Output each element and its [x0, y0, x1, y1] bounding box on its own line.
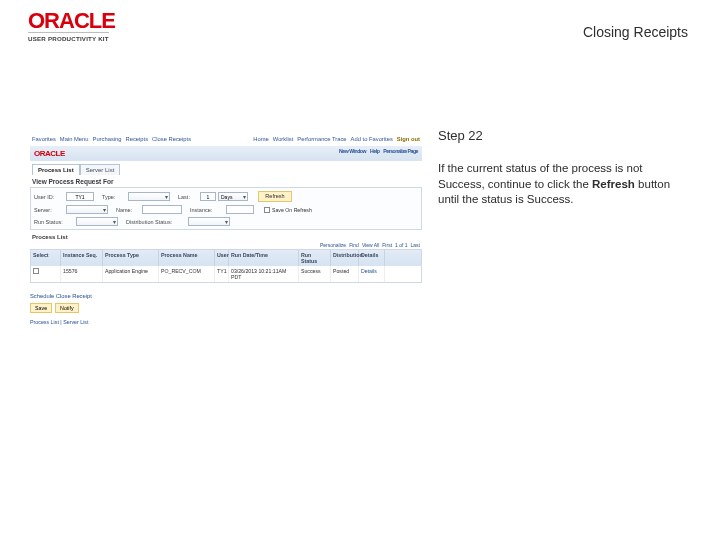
step-number: Step 22	[438, 128, 688, 143]
col-run-status: Run Status	[299, 250, 331, 266]
col-instance-seq: Instance Seq.	[61, 250, 103, 266]
cell-dist-status: Posted	[331, 266, 359, 282]
cell-run-datetime: 03/26/2013 10:21:11AM PDT	[229, 266, 299, 282]
input-name[interactable]	[142, 205, 182, 214]
col-process-name: Process Name	[159, 250, 215, 266]
tab-process-list[interactable]: Process List	[32, 164, 80, 175]
breadcrumb-item[interactable]: Close Receipts	[152, 136, 191, 142]
inner-oracle-logo: ORACLE	[34, 149, 65, 158]
brand-link[interactable]: Personalize Page	[383, 148, 418, 154]
grid-tool-link[interactable]: First	[382, 242, 392, 248]
brand-link[interactable]: Help	[370, 148, 379, 154]
grid-page-count: 1 of 1	[395, 242, 408, 248]
grid-tool-link[interactable]: View All	[362, 242, 379, 248]
select-dist-status[interactable]	[188, 217, 230, 226]
col-select: Select	[31, 250, 61, 266]
bottom-tabstrip: Process List | Server List	[30, 319, 422, 325]
grid-tool-link[interactable]: Find	[349, 242, 359, 248]
input-instance[interactable]	[226, 205, 254, 214]
label-server: Server:	[34, 207, 64, 213]
cell-user: TY1	[215, 266, 229, 282]
filter-panel: User ID: TY1 Type: Last: 1 Days Refresh …	[30, 187, 422, 230]
schedule-link[interactable]: Schedule Close Receipt	[30, 293, 422, 299]
process-grid: Select Instance Seq. Process Type Proces…	[30, 249, 422, 283]
save-button[interactable]: Save	[30, 303, 52, 313]
panel-title: View Process Request For	[30, 175, 422, 187]
cell-instance: 15576	[61, 266, 103, 282]
label-run-status: Run Status:	[34, 219, 74, 225]
input-user-id[interactable]: TY1	[66, 192, 94, 201]
select-type[interactable]	[128, 192, 170, 201]
col-dist-status: Distribution	[331, 250, 359, 266]
breadcrumb-item[interactable]: Receipts	[126, 136, 149, 142]
instruction-panel: Step 22 If the current status of the pro…	[438, 128, 688, 208]
breadcrumb-item[interactable]: Favorites	[32, 136, 56, 142]
col-details: Details	[359, 250, 385, 266]
refresh-button[interactable]: Refresh	[258, 191, 292, 202]
grid-tool-link[interactable]: Personalize	[320, 242, 346, 248]
select-run-status[interactable]	[76, 217, 118, 226]
page-title: Closing Receipts	[583, 24, 688, 40]
topnav-left: Favorites Main Menu Purchasing Receipts …	[32, 136, 191, 142]
breadcrumb-item[interactable]: Main Menu	[60, 136, 89, 142]
topnav-signout[interactable]: Sign out	[397, 136, 420, 142]
topnav-right: Home Worklist Performance Trace Add to F…	[253, 136, 420, 142]
label-name: Name:	[116, 207, 140, 213]
cell-process-name: PO_RECV_COM	[159, 266, 215, 282]
col-process-type: Process Type	[103, 250, 159, 266]
process-monitor-screenshot: Favorites Main Menu Purchasing Receipts …	[30, 132, 422, 325]
brand-link[interactable]: New Window	[339, 148, 366, 154]
label-last: Last:	[178, 194, 198, 200]
label-dist-status: Distribution Status:	[126, 219, 186, 225]
row-checkbox[interactable]	[33, 268, 39, 274]
topnav-link[interactable]: Worklist	[273, 136, 294, 142]
col-user: User	[215, 250, 229, 266]
table-row: 15576 Application Engine PO_RECV_COM TY1…	[31, 266, 421, 282]
cell-details-link[interactable]: Details	[359, 266, 385, 282]
col-run-datetime: Run Date/Time	[229, 250, 299, 266]
instruction-refresh-word: Refresh	[592, 178, 635, 190]
tab-server-list[interactable]: Server List	[80, 164, 121, 175]
label-save-on-refresh: Save On Refresh	[272, 207, 312, 213]
grid-tool-link[interactable]: Last	[411, 242, 420, 248]
topnav-link[interactable]: Performance Trace	[297, 136, 346, 142]
input-last[interactable]: 1	[200, 192, 216, 201]
oracle-logo: ORACLE	[28, 8, 115, 34]
cell-process-type: Application Engine	[103, 266, 159, 282]
topnav-link[interactable]: Add to Favorites	[351, 136, 393, 142]
label-user-id: User ID:	[34, 194, 64, 200]
label-instance: Instance:	[190, 207, 224, 213]
topnav-link[interactable]: Home	[253, 136, 268, 142]
label-type: Type:	[102, 194, 126, 200]
step-body: If the current status of the process is …	[438, 161, 688, 208]
breadcrumb-item[interactable]: Purchasing	[93, 136, 122, 142]
logo-subtitle: USER PRODUCTIVITY KIT	[28, 32, 109, 42]
select-last-unit[interactable]: Days	[218, 192, 248, 201]
notify-button[interactable]: Notify	[55, 303, 79, 313]
cell-run-status: Success	[299, 266, 331, 282]
select-server[interactable]	[66, 205, 108, 214]
checkbox-save-on-refresh[interactable]	[264, 207, 270, 213]
grid-title: Process List	[30, 230, 422, 242]
